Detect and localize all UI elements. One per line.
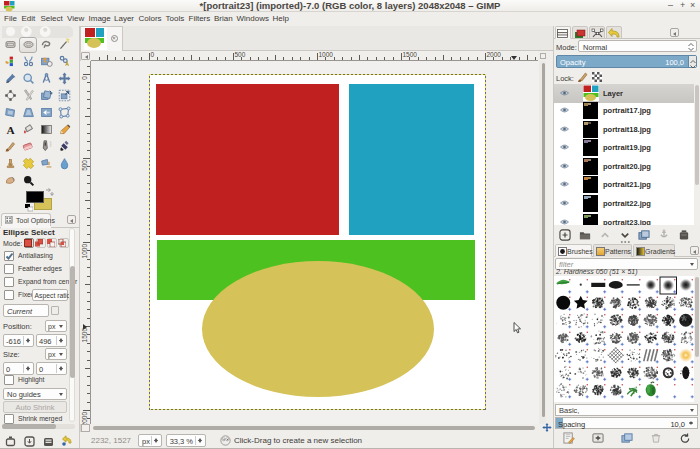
svg-text:A: A — [6, 123, 15, 135]
